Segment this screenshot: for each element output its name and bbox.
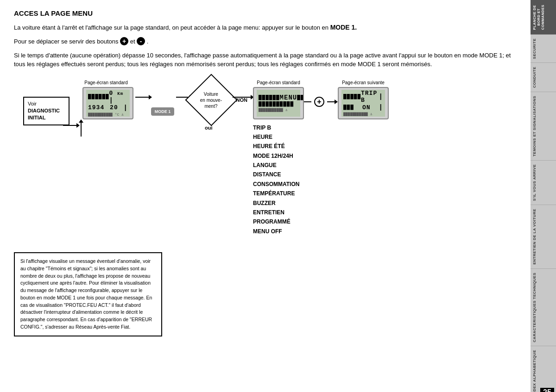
screen3-section: Page-écran suivante █████ TRIP B | ███ O…	[338, 80, 389, 119]
arrow-up-icon	[79, 119, 83, 123]
diamond-section: Voiture en mouve- ment? NON oui	[192, 81, 231, 119]
intro-paragraph-3: Si le temps d'attente (aucune opération)…	[14, 51, 517, 69]
plus-arrow-section: +	[304, 97, 338, 107]
arrow3	[231, 97, 253, 98]
screen2-label: Page-écran standard	[257, 80, 300, 85]
info-box: Si l'affichage visualise un message éven…	[14, 252, 162, 336]
sidebar-item-planche[interactable]: PLANCHE DE BORD ET COMMANDES	[531, 0, 556, 35]
sidebar-item-securite[interactable]: SECURITE	[531, 35, 556, 63]
diagram-area: Voir DIAGNOSTIC INITIAL Page-écran stand…	[14, 78, 517, 236]
page-title: ACCES LA PAGE MENU	[14, 9, 517, 17]
page-number: 25	[540, 388, 554, 392]
plus-icon: +	[120, 37, 128, 45]
oui-label: oui	[205, 125, 213, 131]
sidebar: PLANCHE DE BORD ET COMMANDES SECURITE CO…	[531, 0, 556, 392]
sidebar-item-caracteristiques[interactable]: CARACTERISTIQUES TECHNIQUES	[531, 269, 556, 346]
screen1-section: Page-écran standard ██████ 0 Km | 1934	[79, 80, 133, 137]
screen2-section: Page-écran standard ██████ MENU ███ | ██…	[253, 80, 304, 236]
sidebar-item-sil-vous[interactable]: S'IL VOUS ARRIVE	[531, 161, 556, 205]
menu-list: TRIP B HEURE HEURE ÉTÉ MODE 12H/24H LANG…	[253, 123, 299, 236]
diagnostic-section: Voir DIAGNOSTIC INITIAL	[14, 97, 79, 126]
intro-paragraph-1: La voiture étant à l'arrêt et l'affichag…	[14, 23, 517, 32]
screen2-display: ██████ MENU ███ | ██████████ ███████████…	[253, 87, 304, 119]
non-label: NON	[236, 97, 247, 103]
sidebar-item-temoins[interactable]: TEMOINS ET SIGNALISATIONS	[531, 92, 556, 161]
mode1-button-section: MODE 1	[151, 91, 174, 116]
screen3-display: █████ TRIP B | ███ ON | ███████████ ⚓	[338, 87, 389, 119]
arrow-diag-to-screen	[61, 125, 79, 126]
sidebar-item-index[interactable]: INDEX ALPHABETIQUE 25	[531, 346, 556, 392]
intro-paragraph-2: Pour se déplacer se servir des boutons +…	[14, 37, 517, 46]
screen1-display: ██████ 0 Km | 1934 20 | ███████████ °C ⚓	[82, 87, 133, 119]
screen1-label: Page-écran standard	[84, 80, 127, 85]
diamond-shape: Voiture en mouve- ment?	[192, 81, 231, 119]
main-content: ACCES LA PAGE MENU La voiture étant à l'…	[0, 0, 531, 392]
minus-icon: -	[137, 37, 145, 45]
screen3-label: Page-écran suivante	[342, 80, 385, 85]
sidebar-item-entretien[interactable]: ENTRETIEN DE LA VOITURE	[531, 205, 556, 269]
plus-circle: +	[314, 97, 324, 107]
bottom-section: Si l'affichage visualise un message éven…	[14, 243, 517, 336]
arrow-right-icon	[335, 100, 338, 104]
arrow1	[133, 97, 151, 98]
mode1-button[interactable]: MODE 1	[151, 107, 174, 116]
sidebar-item-conduite[interactable]: CONDUITE	[531, 63, 556, 92]
